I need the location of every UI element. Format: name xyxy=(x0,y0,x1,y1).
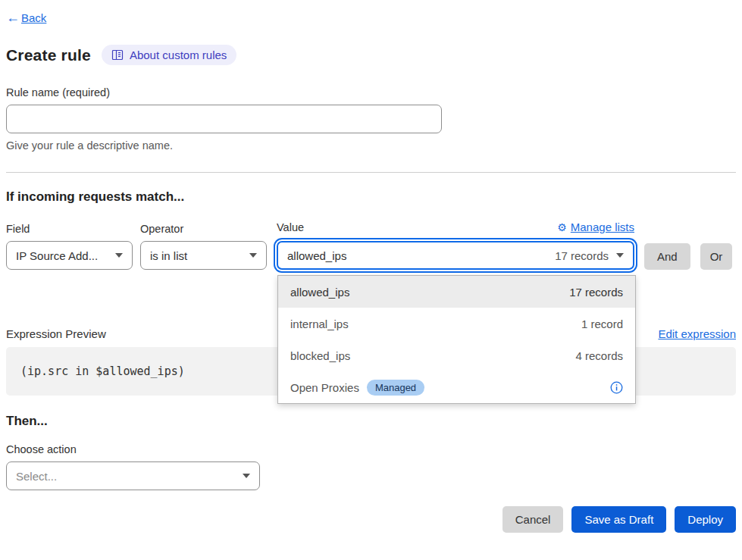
list-option-name: Open Proxies xyxy=(290,381,359,394)
list-option-records: 1 record xyxy=(581,318,623,330)
rule-name-input[interactable] xyxy=(6,105,442,133)
back-arrow-icon[interactable]: ← xyxy=(6,11,20,24)
field-select-value: IP Source Add... xyxy=(16,249,108,262)
list-dropdown: allowed_ips 17 records internal_ips 1 re… xyxy=(277,275,636,404)
page-title: Create rule xyxy=(6,46,91,64)
list-option-name: allowed_ips xyxy=(290,286,349,299)
operator-label: Operator xyxy=(140,223,267,235)
then-heading: Then... xyxy=(6,414,736,429)
value-label: Value xyxy=(277,221,304,233)
about-custom-rules-link[interactable]: About custom rules xyxy=(102,45,236,65)
edit-expression-link[interactable]: Edit expression xyxy=(658,327,736,340)
expression-preview-label: Expression Preview xyxy=(6,327,106,340)
list-option-open-proxies[interactable]: Open Proxies Managed xyxy=(278,371,635,403)
book-icon xyxy=(111,49,124,61)
choose-action-label: Choose action xyxy=(6,443,736,455)
operator-select-value: is in list xyxy=(150,249,242,262)
expression-code: (ip.src in $allowed_ips) xyxy=(20,364,185,378)
manage-lists-link[interactable]: ⚙ Manage lists xyxy=(557,221,634,233)
about-custom-rules-label: About custom rules xyxy=(130,48,227,61)
chevron-down-icon xyxy=(616,253,624,258)
back-link[interactable]: Back xyxy=(21,11,46,24)
field-label: Field xyxy=(6,223,133,235)
cancel-button[interactable]: Cancel xyxy=(502,506,564,533)
value-select-records: 17 records xyxy=(555,249,609,262)
rule-name-helper: Give your rule a descriptive name. xyxy=(6,139,736,152)
manage-lists-label: Manage lists xyxy=(571,221,634,233)
action-select[interactable]: Select... xyxy=(6,461,260,490)
info-icon[interactable] xyxy=(610,381,623,394)
match-heading: If incoming requests match... xyxy=(6,189,736,205)
field-select[interactable]: IP Source Add... xyxy=(6,241,133,270)
list-option-internal-ips[interactable]: internal_ips 1 record xyxy=(278,308,635,339)
list-option-records: 17 records xyxy=(569,286,623,299)
list-option-allowed-ips[interactable]: allowed_ips 17 records xyxy=(278,276,635,308)
deploy-button[interactable]: Deploy xyxy=(675,506,736,533)
chevron-down-icon xyxy=(243,474,250,478)
value-select[interactable]: allowed_ips 17 records xyxy=(277,241,634,270)
gear-icon: ⚙ xyxy=(557,221,567,233)
list-option-name: internal_ips xyxy=(290,318,349,330)
and-button[interactable]: And xyxy=(644,243,690,270)
section-divider xyxy=(6,172,736,173)
list-option-blocked-ips[interactable]: blocked_ips 4 records xyxy=(278,339,635,371)
managed-badge: Managed xyxy=(367,380,424,396)
value-select-value: allowed_ips xyxy=(287,249,555,262)
action-select-placeholder: Select... xyxy=(16,470,235,483)
chevron-down-icon xyxy=(249,253,257,258)
list-option-records: 4 records xyxy=(575,349,623,362)
save-as-draft-button[interactable]: Save as Draft xyxy=(571,506,666,533)
or-button[interactable]: Or xyxy=(700,243,733,270)
list-option-name: blocked_ips xyxy=(290,349,350,362)
rule-name-label: Rule name (required) xyxy=(6,86,736,99)
create-rule-page: ← Back Create rule About custom rules Ru… xyxy=(0,0,742,560)
operator-select[interactable]: is in list xyxy=(140,241,267,270)
chevron-down-icon xyxy=(115,253,123,258)
